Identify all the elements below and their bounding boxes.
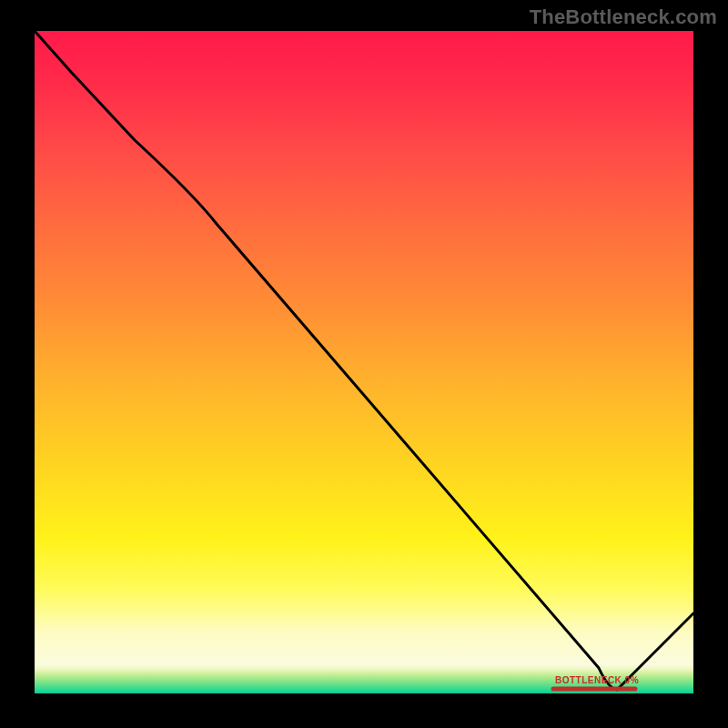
plot-area: BOTTLENECK 0% — [35, 31, 693, 693]
watermark-text: TheBottleneck.com — [530, 5, 717, 29]
bottleneck-curve-path — [35, 31, 693, 690]
chart-frame: TheBottleneck.com BOTTLENECK 0% — [0, 0, 728, 728]
plot-inner: BOTTLENECK 0% — [35, 31, 693, 693]
curve-svg — [35, 31, 693, 693]
optimum-marker-label: BOTTLENECK 0% — [555, 675, 639, 685]
